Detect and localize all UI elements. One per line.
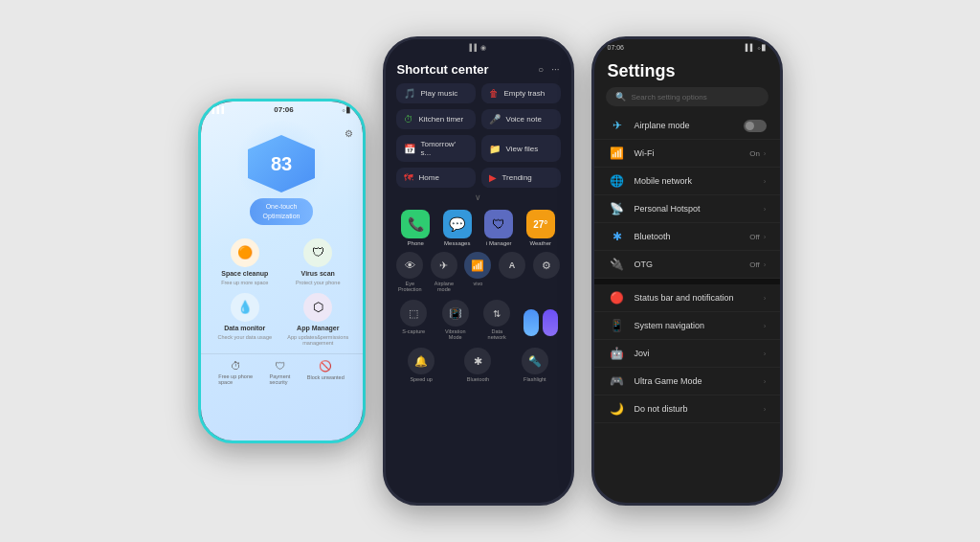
expand-chevron[interactable]: ∨ [386,191,571,204]
toggle-data-network[interactable]: ⇅ Data network [481,300,512,340]
shortcut-trending[interactable]: ▶ Trending [481,168,561,188]
space-cleanup-label: Space cleanup [221,270,268,277]
phone1-nav-block[interactable]: 🚫 Block unwanted [307,360,345,385]
view-files-label: View files [506,145,539,153]
app-weather[interactable]: 27° Weather [526,210,555,246]
brightness-bar-1[interactable] [523,309,539,336]
phone1-signal: ▌▌▌ [212,106,227,113]
phone1-status-bar: ▌▌▌ 07:06 ⬦ ▉ [201,102,363,118]
dnd-arrow: › [764,405,767,414]
phone1-nav-free[interactable]: ⏱ Free up phonespace [218,360,253,385]
settings-system-nav[interactable]: 📱 System navigation › [594,312,780,340]
app-manager-sub: App updates&permissions management [285,334,351,346]
settings-search-bar[interactable]: 🔍 Search setting options [606,87,768,106]
shortcut-home[interactable]: 🗺 Home [396,168,476,188]
settings-jovi[interactable]: 🤖 Jovi › [594,340,780,368]
settings-game-mode[interactable]: 🎮 Ultra Game Mode › [594,368,780,395]
otg-icon: 🔌 [608,258,627,271]
toggle-scapture[interactable]: ⬚ S-capture [398,300,429,340]
shortcut-more-icon[interactable]: ··· [551,64,559,75]
eye-protection-label: EyeProtection [398,281,422,292]
airplane-toggle[interactable] [744,120,767,132]
brightness-bar-2[interactable] [543,309,558,336]
play-music-label: Play music [421,89,458,98]
phone-app-icon: 📞 [401,210,430,238]
dnd-arrow-icon: › [764,405,767,414]
phone1-app-manager[interactable]: ⬡ App Manager App updates&permissions ma… [285,293,351,346]
game-mode-arrow-icon: › [764,377,767,386]
kitchen-timer-label: Kitchen timer [419,115,464,124]
flashlight-icon: 🔦 [522,348,548,374]
toggle-row-bottom: 🔔 Speed up ✱ Bluetooth 🔦 Flashlight [386,344,571,386]
airplane-mode-settings-icon: ✈ [608,119,627,132]
settings-status-bar[interactable]: 🔴 Status bar and notification › [594,284,780,312]
mobile-network-label: Mobile network [635,176,764,186]
phone1-space-cleanup[interactable]: 🟠 Space cleanup Free up more space [212,238,278,285]
system-nav-icon: 📱 [608,319,627,332]
phone-1: ▌▌▌ 07:06 ⬦ ▉ ⚙ 83 One-touchOptimization… [198,99,366,443]
imanager-app-icon: 🛡 [484,210,513,238]
voice-note-icon: 🎤 [489,114,501,124]
settings-title: Settings [594,56,780,87]
app-phone[interactable]: 📞 Phone [401,210,430,246]
toggle-settings[interactable]: ⚙ [531,252,562,292]
bluetooth-toggle-icon: ✱ [464,348,491,374]
weather-app-icon: 27° [526,210,555,238]
shortcut-circle-icon[interactable]: ○ [538,64,544,75]
phone1-screen: ▌▌▌ 07:06 ⬦ ▉ ⚙ 83 One-touchOptimization… [201,102,363,440]
wifi-toggle-label: vivo [474,281,483,286]
toggle-eye[interactable]: 👁 EyeProtection [394,252,425,292]
shortcut-kitchen-timer[interactable]: ⏱ Kitchen timer [396,109,476,129]
settings-list: ✈ Airplane mode 📶 Wi-Fi On › 🌐 Mobile ne… [594,112,780,423]
payment-icon: 🛡 [275,360,285,372]
app-manager-label: App Manager [297,325,339,331]
toggle-flashlight[interactable]: 🔦 Flashlight [520,348,550,382]
shortcut-empty-trash[interactable]: 🗑 Empty trash [481,83,561,103]
toggle-bluetooth[interactable]: ✱ Bluetooth [462,348,493,382]
shortcut-voice-note[interactable]: 🎤 Voice note [481,109,561,129]
phone-app-label: Phone [408,240,424,246]
app-messages[interactable]: 💬 Messages [443,210,472,246]
phone1-nav-payment[interactable]: 🛡 Paymentsecurity [270,360,291,385]
phone1-data-monitor[interactable]: 💧 Data monitor Check your data usage [212,293,278,346]
settings-bluetooth[interactable]: ✱ Bluetooth Off › [594,223,780,251]
phone1-virus-scan[interactable]: 🛡 Virus scan Protect your phone [285,238,351,285]
airplane-toggle-switch[interactable] [744,120,767,132]
settings-wifi[interactable]: 📶 Wi-Fi On › [594,140,780,168]
status-bar-label: Status bar and notification [635,293,764,303]
otg-off-text: Off [749,260,760,269]
game-mode-icon: 🎮 [608,374,627,388]
jovi-label: Jovi [635,349,764,358]
shortcut-play-music[interactable]: 🎵 Play music [396,83,476,103]
toggle-airplane[interactable]: ✈ Airplanemode [429,252,459,292]
phone-3: 07:06 ▌▌ ⬦ ▉ Settings 🔍 Search setting o… [591,36,783,506]
jovi-arrow-icon: › [764,350,767,358]
toggle-speed-up[interactable]: 🔔 Speed up [406,348,436,382]
play-music-icon: 🎵 [404,88,415,99]
toggle-a[interactable]: A [497,252,527,292]
otg-label: OTG [635,260,750,269]
airplane-mode-icon: ✈ [431,252,457,279]
phone1-battery: ⬦ ▉ [342,106,351,113]
space-cleanup-icon: 🟠 [231,238,259,267]
wifi-status: On › [749,149,766,158]
settings-otg[interactable]: 🔌 OTG Off › [594,251,780,279]
tomorrow-icon: 📅 [404,144,415,154]
toggle-wifi[interactable]: 📶 vivo [462,252,493,292]
empty-trash-label: Empty trash [504,89,546,98]
settings-mobile-network[interactable]: 🌐 Mobile network › [594,168,780,195]
hotspot-icon: 📡 [608,202,627,215]
wifi-arrow-icon: › [764,149,767,158]
settings-airplane-mode[interactable]: ✈ Airplane mode [594,112,780,140]
virus-scan-sub: Protect your phone [296,280,340,285]
shortcut-tomorrow[interactable]: 📅 Tomorrow' s... [396,135,476,162]
app-imanager[interactable]: 🛡 i Manager [484,210,513,246]
shortcut-view-files[interactable]: 📁 View files [481,135,561,162]
search-placeholder: Search setting options [632,93,707,102]
settings-dnd[interactable]: 🌙 Do not disturb › [594,395,780,423]
tomorrow-label: Tomorrow' s... [421,140,468,157]
phone2-status-bar: ▌▌ ◉ [386,39,571,56]
settings-hotspot[interactable]: 📡 Personal Hotspot › [594,195,780,223]
kitchen-timer-icon: ⏱ [404,114,413,124]
toggle-vibration[interactable]: 📳 VibrationMode [440,300,471,340]
